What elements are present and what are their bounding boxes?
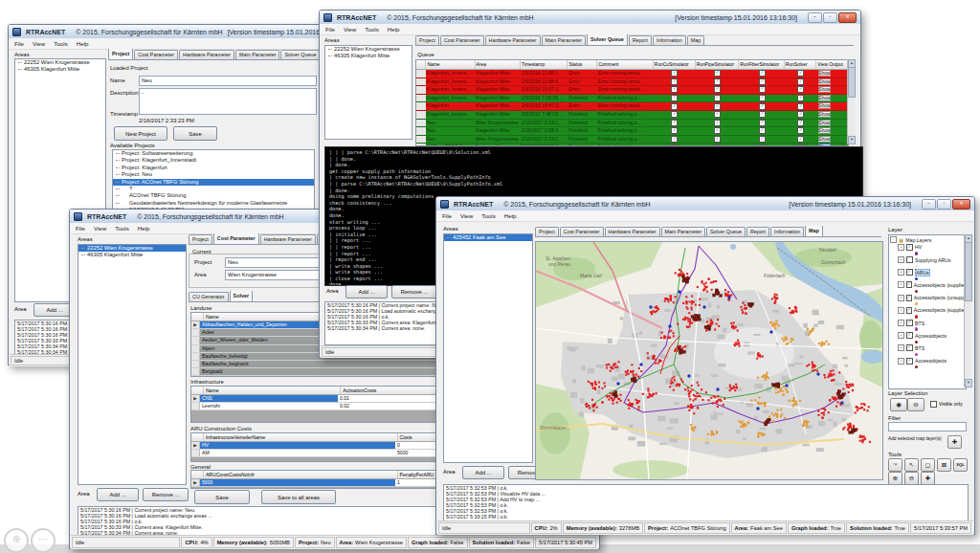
checked-checkbox[interactable]: ✓ [671,103,678,110]
layer-label-accessobjects-supplied-us[interactable]: Accessobjects (supplied us [914,282,967,288]
show-output-button[interactable]: Show [818,127,832,134]
checked-checkbox[interactable]: ✓ [714,127,721,134]
layer-checkbox[interactable]: ✓ [906,281,912,288]
queue-row[interactable]: NeuKlagenfurt Mitte2/16/2017 2:08:3...Fi… [416,127,848,136]
tab-hardware-parameter[interactable]: Hardware Parameter [179,50,234,59]
checked-checkbox[interactable]: ✓ [759,78,766,85]
select-rectangle-tool[interactable]: ◻ [921,458,935,472]
tab-map[interactable]: Map [687,35,705,45]
queue-row[interactable]: NeuWien Krugerstrasse2/16/2017 2:33:1...… [416,120,848,128]
checked-checkbox[interactable]: ✓ [714,95,721,101]
checked-checkbox[interactable]: ✓ [797,120,804,126]
project-item-project-klagenfurt[interactable]: Project: Klagenfurt [113,165,314,171]
expand-icon[interactable]: + [898,269,904,276]
aru-costs-table[interactable]: InfrastructureVerteilerNameCosts▶HV0AM50… [190,432,451,462]
table-row[interactable]: ▶CNS0.01 [191,395,450,403]
layer-label-hv[interactable]: HV [915,244,922,250]
sql-query-tool[interactable]: SQL [953,458,968,472]
area-add-button[interactable]: Add ... [462,466,504,479]
layer-label-arus[interactable]: ARUs [915,269,930,276]
checked-checkbox[interactable]: ✓ [714,86,721,93]
tab-cost-parameter[interactable]: Cost Parameter [213,233,259,244]
menu-view[interactable]: View [33,40,45,47]
tab-cost-parameter[interactable]: Cost Parameter [560,227,604,236]
layer-item[interactable]: +✓HV [890,244,965,252]
checked-checkbox[interactable]: ✓ [759,127,766,134]
checked-checkbox[interactable]: ✓ [671,95,678,101]
maximize-button[interactable]: ▫ [823,12,837,23]
menu-file[interactable]: File [325,26,335,33]
areas-tree[interactable]: 22252 Wien Krugerstrasse46305 Klagenfurt… [324,45,412,140]
project-child-geodatenbasiertes-netzwerkdesign-f-r-moderne-glasfasernetze[interactable]: Geodatenbasiertes Netzwerkdesign für mod… [113,200,314,207]
tab-report[interactable]: Report [629,35,652,45]
table-row[interactable]: ▶50001 [191,479,450,487]
checked-checkbox[interactable]: ✓ [759,70,766,77]
tab-hardware-parameter[interactable]: Hardware Parameter [260,234,316,244]
tab-main-parameter[interactable]: Main Parameter [235,50,279,59]
infrastructure-table[interactable]: NameActivationCosts▶CNS0.01Leerrohr0.02 [190,386,451,423]
expand-icon[interactable]: + [898,320,904,326]
close-button[interactable]: ✕ [838,12,857,23]
tab-main-parameter[interactable]: Main Parameter [542,35,586,45]
expand-icon[interactable]: + [898,332,904,339]
expand-icon[interactable]: + [898,281,904,288]
show-output-button[interactable]: Show [818,78,832,85]
area-item-425452-faak-am-see[interactable]: 425452 Faak am See [444,234,532,241]
show-output-button[interactable]: Show [818,111,832,118]
layer-label-accessobjects-supplied[interactable]: Accessobjects (supplied) [914,307,967,313]
checked-checkbox[interactable]: ✓ [797,111,804,118]
queue-col-runfibersimulator[interactable]: RunFiberSimulator [739,60,784,69]
layer-item[interactable]: +✓BTS [890,320,965,327]
area-remove-button[interactable]: Remove ... [143,488,189,501]
show-output-button[interactable]: Show [818,102,832,109]
queue-col-runpipesimulator[interactable]: RunPipeSimulator [696,60,740,69]
tab-hardware-parameter[interactable]: Hardware Parameter [605,227,660,236]
queue-row[interactable]: Klagenfurt_Innens...Klagenfurt Mitte2/9/… [416,95,848,103]
expand-icon[interactable]: + [898,295,904,301]
identify-tool[interactable]: ↖ [904,458,919,472]
expand-icon[interactable]: + [898,344,904,351]
checked-checkbox[interactable]: ✓ [797,136,804,143]
area-add-button[interactable]: Add ... [97,488,139,501]
titlebar[interactable]: RTRAccNET © 2015, Forschungsgesellschaft… [320,11,860,25]
queue-col-timestamp[interactable]: Timestamp [521,60,568,69]
maximize-button[interactable]: ▫ [937,199,951,210]
layer-label-accessobjects-unsupplied[interactable]: Accessobjects (unsupplied) [914,295,967,300]
queue-col-name[interactable]: Name [426,60,475,69]
menu-view[interactable]: View [344,26,356,33]
layer-item[interactable]: +✓BTS [890,344,965,352]
col-name[interactable]: Name [204,387,341,394]
queue-col-comment[interactable]: Comment [597,60,654,69]
checked-checkbox[interactable]: ✓ [671,120,678,126]
layer-root[interactable]: -▣Map Layers [890,236,965,244]
layer-label-accessobjects[interactable]: Accessobjects [915,358,947,364]
queue-scrollbar[interactable]: ▲ ▼ [847,59,855,144]
menu-tools[interactable]: Tools [115,225,128,232]
show-output-button[interactable]: Show [818,95,832,101]
zoom-extent-tool[interactable]: ⊠ [937,458,951,472]
area-item-22252-wien-krugerstrasse[interactable]: 22252 Wien Krugerstrasse [325,46,412,53]
checked-checkbox[interactable]: ✓ [759,95,766,101]
queue-row[interactable]: Klagenfurt_Innens...Klagenfurt Mitte2/9/… [416,111,848,120]
menu-help[interactable]: Help [388,26,400,33]
layer-checkbox[interactable]: ✓ [906,295,912,301]
save-button[interactable]: Save [194,490,250,504]
area-item-46305-klagenfurt-mitte[interactable]: 46305 Klagenfurt Mitte [325,53,412,59]
expand-icon[interactable]: + [898,256,904,263]
layer-item[interactable]: +✓Accessobjects (supplied us [890,281,965,289]
log-output[interactable]: 5/17/2017 5:32:53 PM | o.k.5/17/2017 5:3… [443,484,969,522]
layer-label-bts[interactable]: BTS [915,345,924,351]
menu-tools[interactable]: Tools [481,212,495,219]
menu-file[interactable]: File [76,225,85,232]
area-add-button[interactable]: Add ... [345,285,388,299]
area-item-22252-wien-krugerstrasse[interactable]: 22252 Wien Krugerstrasse [15,59,105,66]
table-row[interactable]: ▶HV0 [191,442,450,450]
checked-checkbox[interactable]: ✓ [714,78,721,85]
show-output-button[interactable]: Show [818,86,832,93]
tab-report[interactable]: Report [746,227,769,236]
checked-checkbox[interactable]: ✓ [714,120,721,126]
queue-col-rowheader[interactable] [416,60,426,69]
queue-col-status[interactable]: Status [568,60,597,69]
available-projects-tree[interactable]: Project: SoftwareerweiterungProject: Kla… [112,149,315,211]
expand-icon[interactable]: + [898,244,904,251]
